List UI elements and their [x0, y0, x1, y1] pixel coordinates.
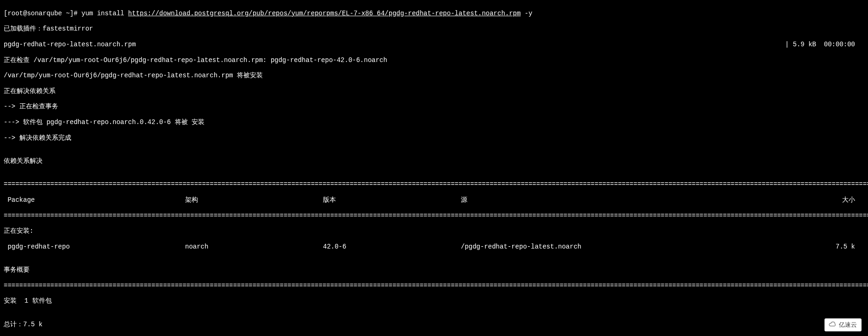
divider-line: ========================================…	[4, 180, 864, 188]
col-package: Package	[4, 196, 185, 204]
cmd-start: yum install	[81, 10, 128, 17]
rpm-download-line: pgdg-redhat-repo-latest.noarch.rpm| 5.9 …	[4, 41, 864, 49]
output-line: 正在解决依赖关系	[4, 87, 864, 95]
output-line: ---> 软件包 pgdg-redhat-repo.noarch.0.42.0-…	[4, 118, 864, 126]
col-size: 大小	[701, 196, 864, 204]
col-version: 版本	[323, 196, 461, 204]
cloud-icon	[828, 320, 837, 330]
cmd-end: -y	[521, 10, 532, 17]
cell-source: /pgdg-redhat-repo-latest.noarch	[461, 243, 701, 251]
install-count: 安装 1 软件包	[4, 297, 864, 305]
divider-line: ========================================…	[4, 282, 864, 290]
table-row: pgdg-redhat-reponoarch42.0-6/pgdg-redhat…	[4, 243, 864, 251]
table-header-row: Package架构版本源大小	[4, 196, 864, 204]
watermark-text: 亿速云	[839, 321, 857, 329]
installing-header: 正在安装:	[4, 227, 864, 235]
cell-size: 7.5 k	[701, 243, 864, 251]
col-arch: 架构	[185, 196, 323, 204]
output-line: /var/tmp/yum-root-Our6j6/pgdg-redhat-rep…	[4, 72, 864, 80]
cell-arch: noarch	[185, 243, 323, 251]
shell-prompt: [root@sonarqube ~]#	[4, 10, 81, 17]
output-line: --> 正在检查事务	[4, 103, 864, 111]
rpm-name: pgdg-redhat-repo-latest.noarch.rpm	[4, 41, 136, 49]
col-source: 源	[461, 196, 701, 204]
total-size: 总计：7.5 k	[4, 321, 864, 329]
output-line: 依赖关系解决	[4, 157, 864, 165]
watermark-badge: 亿速云	[825, 318, 862, 331]
terminal-output: [root@sonarqube ~]# yum install https://…	[0, 0, 868, 336]
output-line: 正在检查 /var/tmp/yum-root-Our6j6/pgdg-redha…	[4, 56, 864, 64]
summary-header: 事务概要	[4, 266, 864, 274]
cmd-url: https://download.postgresql.org/pub/repo…	[128, 10, 521, 17]
output-line: 已加载插件：fastestmirror	[4, 25, 864, 33]
cell-package: pgdg-redhat-repo	[4, 243, 185, 251]
prompt-line: [root@sonarqube ~]# yum install https://…	[4, 10, 864, 18]
output-line: --> 解决依赖关系完成	[4, 134, 864, 142]
rpm-stat: | 5.9 kB 00:00:00	[136, 41, 864, 49]
divider-line: ========================================…	[4, 212, 864, 220]
cell-version: 42.0-6	[323, 243, 461, 251]
